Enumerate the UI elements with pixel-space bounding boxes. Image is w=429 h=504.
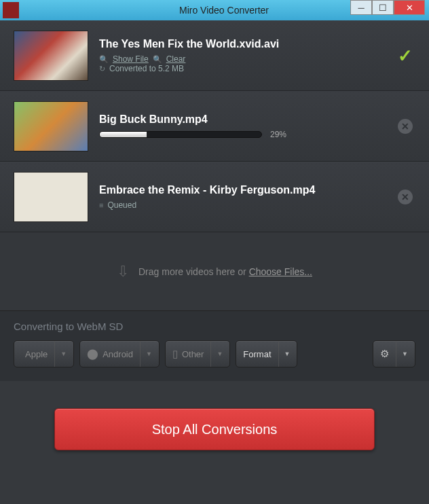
format-label: Format <box>243 349 271 359</box>
other-label: Other <box>182 349 204 359</box>
thumbnail <box>14 31 88 81</box>
file-list: The Yes Men Fix the World.xvid.avi 🔍 Sho… <box>0 20 429 232</box>
progress-percent: 29% <box>270 130 286 139</box>
app-icon <box>3 2 19 18</box>
checkmark-icon: ✓ <box>398 46 413 67</box>
format-row: Apple ▼ ⬤ Android ▼ ▯ Other ▼ Format ▼ ⚙… <box>14 340 415 367</box>
android-label: Android <box>102 349 133 359</box>
action-area: Stop All Conversions <box>0 381 429 464</box>
apple-label: Apple <box>25 349 48 359</box>
conversion-status: Converting to WebM SD <box>14 321 415 332</box>
chevron-down-icon: ▼ <box>278 341 291 367</box>
thumbnail <box>14 101 88 151</box>
file-name: Big Buck Bunny.mp4 <box>99 113 415 126</box>
stop-all-button[interactable]: Stop All Conversions <box>54 408 375 450</box>
apple-format-button[interactable]: Apple ▼ <box>14 340 74 367</box>
gear-icon: ⚙ <box>380 348 389 360</box>
dropzone[interactable]: ⇩ Drag more videos here or Choose Files.… <box>0 232 429 310</box>
converted-text: Converted to 5.2 MB <box>109 64 184 73</box>
progress-bar <box>99 131 262 138</box>
choose-files-link[interactable]: Choose Files... <box>249 266 312 277</box>
settings-button[interactable]: ⚙ ▼ <box>373 340 415 367</box>
queued-status: ≡ Queued <box>99 200 415 210</box>
android-format-button[interactable]: ⬤ Android ▼ <box>79 340 160 367</box>
refresh-icon: ↻ <box>99 65 105 73</box>
file-item: Big Buck Bunny.mp4 29% ✕ <box>0 91 429 162</box>
device-icon: ▯ <box>172 348 178 360</box>
chevron-down-icon: ▼ <box>396 341 408 367</box>
clear-link[interactable]: Clear <box>166 54 186 64</box>
chevron-down-icon: ▼ <box>140 341 152 367</box>
bottom-panel: Converting to WebM SD Apple ▼ ⬤ Android … <box>0 310 429 381</box>
maximize-button[interactable]: ☐ <box>372 0 394 15</box>
file-meta: 🔍 Show File 🔍 Clear <box>99 54 415 64</box>
file-info: Embrace the Remix - Kirby Ferguson.mp4 ≡… <box>99 184 415 210</box>
file-name: The Yes Men Fix the World.xvid.avi <box>99 38 415 50</box>
file-name: Embrace the Remix - Kirby Ferguson.mp4 <box>99 184 415 196</box>
show-file-link[interactable]: Show File <box>113 54 149 64</box>
cancel-button[interactable]: ✕ <box>398 119 413 134</box>
queue-icon: ≡ <box>99 201 103 209</box>
android-icon: ⬤ <box>87 348 98 360</box>
other-format-button[interactable]: ▯ Other ▼ <box>165 340 230 367</box>
search-icon: 🔍 <box>153 55 162 64</box>
progress-fill <box>100 132 147 137</box>
progress-row: 29% <box>99 130 415 139</box>
cancel-button[interactable]: ✕ <box>398 190 413 204</box>
queued-label: Queued <box>107 200 136 210</box>
chevron-down-icon: ▼ <box>210 341 223 367</box>
thumbnail <box>14 172 88 222</box>
window-controls: ─ ☐ ✕ <box>350 0 425 15</box>
format-button[interactable]: Format ▼ <box>236 340 297 367</box>
file-item: The Yes Men Fix the World.xvid.avi 🔍 Sho… <box>0 20 429 91</box>
file-info: Big Buck Bunny.mp4 29% <box>99 113 415 139</box>
file-info: The Yes Men Fix the World.xvid.avi 🔍 Sho… <box>99 38 415 73</box>
dropzone-text: Drag more videos here or Choose Files... <box>138 266 312 277</box>
file-item: Embrace the Remix - Kirby Ferguson.mp4 ≡… <box>0 162 429 232</box>
close-button[interactable]: ✕ <box>394 0 425 15</box>
converted-status: ↻ Converted to 5.2 MB <box>99 64 415 73</box>
search-icon: 🔍 <box>99 55 109 64</box>
download-icon: ⇩ <box>117 263 129 281</box>
minimize-button[interactable]: ─ <box>350 0 372 15</box>
chevron-down-icon: ▼ <box>54 341 67 367</box>
titlebar: Miro Video Converter ─ ☐ ✕ <box>0 0 429 20</box>
